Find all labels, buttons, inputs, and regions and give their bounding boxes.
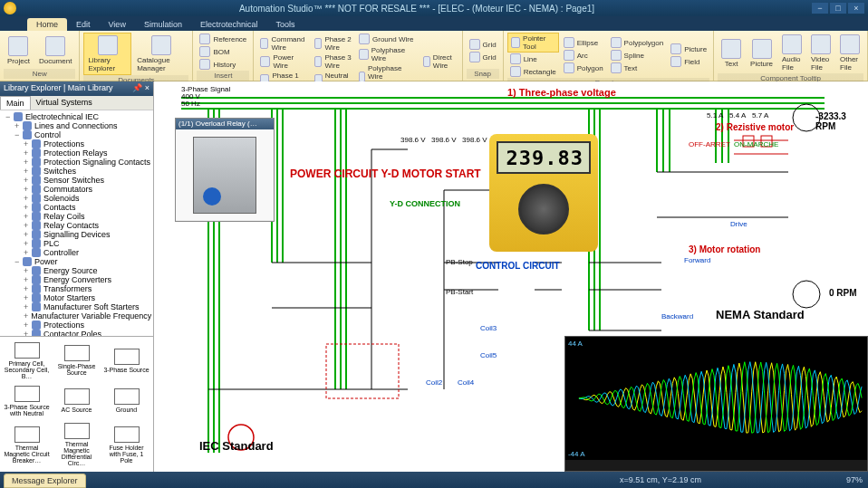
value-phase-v1: 398.6 V bbox=[400, 136, 426, 144]
tree-item[interactable]: +Contactor Poles bbox=[2, 330, 151, 336]
tree-item[interactable]: +Signalling Devices bbox=[2, 230, 151, 239]
direct-wire-button[interactable]: Direct Wire bbox=[420, 53, 458, 71]
tree-item[interactable]: +Transformers bbox=[2, 284, 151, 293]
command-wire-button[interactable]: Command Wire bbox=[257, 34, 310, 53]
tree-item[interactable]: +Contacts bbox=[2, 203, 151, 212]
electrotechnical-plotter[interactable]: Electrotechnical Plotter📌 × 44 A -44 A bbox=[564, 336, 868, 472]
spline-tool-button[interactable]: Spline bbox=[608, 49, 667, 62]
palette-item[interactable]: Thermal Magnetic Differential Circ… bbox=[52, 420, 101, 470]
link-backward[interactable]: Backward bbox=[661, 312, 693, 321]
tree-item[interactable]: +Protection Relays bbox=[2, 148, 151, 158]
ribbon-group-insert: Reference BOM History Insert bbox=[193, 31, 254, 81]
palette-item[interactable]: Single-Phase Source bbox=[52, 339, 101, 382]
tab-tools[interactable]: Tools bbox=[266, 18, 304, 31]
power-wire-button[interactable]: Power Wire bbox=[257, 53, 310, 71]
tree-item[interactable]: +Lines and Connections bbox=[2, 121, 151, 130]
palette-item[interactable]: AC Source bbox=[52, 382, 101, 419]
snap-grid1-button[interactable]: Grid bbox=[467, 38, 499, 51]
tree-item[interactable]: +Energy Converters bbox=[2, 275, 151, 284]
link-forward[interactable]: Forward bbox=[684, 256, 710, 264]
link-coil5[interactable]: Coil5 bbox=[480, 351, 497, 359]
tree-item[interactable]: +Protections bbox=[2, 321, 151, 330]
palette-item[interactable]: Thermal Magnetic Circuit Breaker… bbox=[2, 420, 52, 470]
library-explorer-button[interactable]: Library Explorer bbox=[83, 33, 131, 75]
library-tab-virtual[interactable]: Virtual Systems bbox=[31, 96, 98, 110]
library-panel-tabs: Main Virtual Systems bbox=[0, 96, 153, 110]
plotter-waveform: 44 A -44 A bbox=[565, 337, 867, 460]
ellipse-tool-button[interactable]: Ellipse bbox=[561, 36, 606, 49]
palette-item[interactable]: Primary Cell, Secondary Cell, B… bbox=[2, 339, 52, 382]
new-document-button[interactable]: Document bbox=[35, 34, 75, 67]
snap-grid2-button[interactable]: Grid bbox=[467, 51, 499, 63]
phase3-wire-button[interactable]: Phase 3 Wire bbox=[312, 53, 354, 71]
tab-electrotechnical[interactable]: Electrotechnical bbox=[191, 18, 267, 31]
close-button[interactable]: × bbox=[848, 3, 864, 14]
tree-item[interactable]: +Protections bbox=[2, 139, 151, 148]
tooltip-other-button[interactable]: Other File bbox=[836, 33, 863, 73]
pointer-tool-button[interactable]: Pointer Tool bbox=[507, 33, 559, 53]
tooltip-picture-button[interactable]: Picture bbox=[747, 37, 776, 70]
library-tab-main[interactable]: Main bbox=[0, 96, 31, 110]
tree-item[interactable]: +Commutators bbox=[2, 185, 151, 194]
tree-item[interactable]: +PLC bbox=[2, 239, 151, 248]
tree-item[interactable]: −Control bbox=[2, 130, 151, 139]
link-coil2[interactable]: Coil2 bbox=[426, 378, 442, 387]
tree-item[interactable]: −Power bbox=[2, 257, 151, 266]
tab-simulation[interactable]: Simulation bbox=[135, 18, 191, 31]
palette-item[interactable]: 3-Phase Source with Neutral bbox=[2, 382, 52, 419]
tree-item[interactable]: +Relay Contacts bbox=[2, 221, 151, 230]
tooltip-audio-button[interactable]: Audio File bbox=[778, 33, 805, 73]
minimize-button[interactable]: − bbox=[812, 3, 828, 14]
tree-item[interactable]: +Controller bbox=[2, 248, 151, 257]
field-tool-button[interactable]: Field bbox=[668, 55, 709, 68]
tree-item[interactable]: +Sensor Switches bbox=[2, 176, 151, 185]
tab-home[interactable]: Home bbox=[27, 18, 67, 31]
maximize-button[interactable]: □ bbox=[830, 3, 846, 14]
ground-wire-button[interactable]: Ground Wire bbox=[356, 33, 419, 45]
tree-item[interactable]: +Energy Source bbox=[2, 266, 151, 275]
link-drive[interactable]: Drive bbox=[730, 220, 747, 228]
insert-bom-button[interactable]: BOM bbox=[197, 45, 249, 58]
link-coil4[interactable]: Coil4 bbox=[458, 378, 474, 387]
link-coil3[interactable]: Coil3 bbox=[480, 324, 497, 332]
tree-item[interactable]: +Manufacturer Variable Frequency Drives bbox=[2, 311, 151, 321]
tooltip-video-button[interactable]: Video File bbox=[807, 33, 834, 73]
phase2-wire-button[interactable]: Phase 2 Wire bbox=[312, 34, 354, 53]
tree-item[interactable]: −Electrotechnical IEC bbox=[2, 112, 151, 121]
rectangle-tool-button[interactable]: Rectangle bbox=[507, 65, 559, 78]
catalogue-manager-button[interactable]: Catalogue Manager bbox=[133, 33, 188, 74]
tree-item[interactable]: +Motor Starters bbox=[2, 293, 151, 302]
picture-tool-button[interactable]: Picture bbox=[668, 43, 709, 55]
overload-relay-popup[interactable]: (1/1) Overload Relay (… bbox=[175, 118, 275, 222]
tree-item[interactable]: +Relay Coils bbox=[2, 212, 151, 221]
tooltip-text-button[interactable]: Text bbox=[718, 37, 745, 70]
palette-item[interactable]: Ground bbox=[101, 382, 151, 419]
text-tool-button[interactable]: Text bbox=[608, 62, 667, 74]
palette-item[interactable]: Fuse Holder with Fuse, 1 Pole bbox=[101, 420, 151, 470]
palette-item[interactable]: 3-Phase Source bbox=[101, 339, 151, 382]
tree-item[interactable]: +Protection Signaling Contacts bbox=[2, 158, 151, 167]
tree-item[interactable]: +Switches bbox=[2, 167, 151, 176]
ribbon-group-tooltip: Text Picture Audio File Video File Other… bbox=[714, 31, 868, 81]
schematic-canvas[interactable]: 1) Three-phase voltage 2) Rezistive moto… bbox=[154, 81, 868, 472]
tab-edit[interactable]: Edit bbox=[67, 18, 100, 31]
status-zoom[interactable]: 97% bbox=[846, 475, 863, 484]
panel-pin-icon[interactable]: 📌 × bbox=[132, 83, 149, 94]
insert-history-button[interactable]: History bbox=[197, 58, 249, 71]
polyphase-wire-button[interactable]: Polyphase Wire bbox=[356, 45, 419, 63]
insert-reference-button[interactable]: Reference bbox=[197, 33, 249, 45]
multimeter[interactable]: 239.83 bbox=[489, 134, 598, 288]
tab-view[interactable]: View bbox=[100, 18, 135, 31]
message-explorer-tab[interactable]: Message Explorer bbox=[4, 474, 86, 488]
svg-text:44 A: 44 A bbox=[568, 340, 583, 348]
app-logo-icon bbox=[4, 2, 16, 14]
meter-dial[interactable] bbox=[518, 184, 569, 234]
new-project-button[interactable]: Project bbox=[4, 34, 34, 67]
library-tree[interactable]: −Electrotechnical IEC+Lines and Connecti… bbox=[0, 110, 153, 336]
tree-item[interactable]: +Manufacturer Soft Starters bbox=[2, 302, 151, 311]
polypolygon-tool-button[interactable]: Polypolygon bbox=[608, 36, 667, 49]
arc-tool-button[interactable]: Arc bbox=[561, 49, 606, 62]
polygon-tool-button[interactable]: Polygon bbox=[561, 62, 606, 74]
tree-item[interactable]: +Solenoids bbox=[2, 194, 151, 203]
line-tool-button[interactable]: Line bbox=[507, 53, 559, 65]
